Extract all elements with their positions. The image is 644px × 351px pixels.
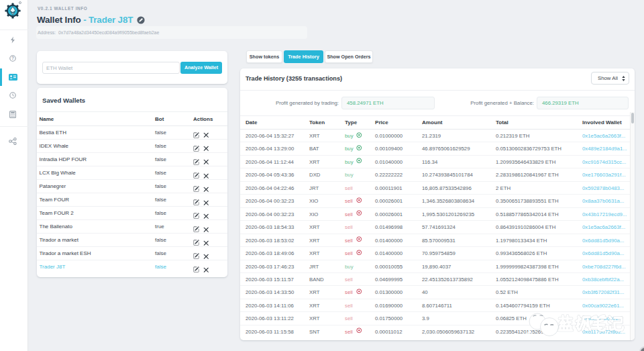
svg-text:?: ? <box>11 56 14 60</box>
